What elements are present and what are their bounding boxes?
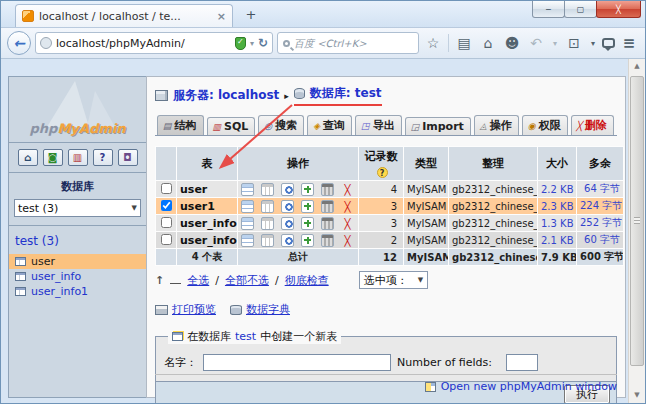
database-link[interactable]: test (3) <box>15 234 140 248</box>
structure-icon[interactable] <box>261 200 274 213</box>
screenshot-icon[interactable]: ⊡ <box>564 35 584 51</box>
structure-icon[interactable] <box>261 217 274 230</box>
collation-cell: gb2312_chinese_ci <box>449 181 537 197</box>
row-checkbox[interactable] <box>161 200 172 211</box>
query-window-button[interactable]: ◘ <box>118 149 138 166</box>
size-cell: 2.3 KB <box>538 198 576 214</box>
drop-icon[interactable]: ╳ <box>341 183 354 196</box>
table-name-input[interactable] <box>203 354 391 371</box>
breadcrumb-server-link[interactable]: 服务器: localhost <box>173 87 279 104</box>
empty-icon[interactable] <box>321 217 334 230</box>
scrollbar-thumb[interactable] <box>630 76 644 366</box>
menu-icon[interactable]: ≡ <box>619 34 639 52</box>
column-header-size: 大小 <box>538 147 576 180</box>
breadcrumb-database-link[interactable]: 数据库: test <box>310 85 382 102</box>
help-button[interactable]: ? <box>93 149 113 166</box>
vertical-scrollbar[interactable]: ▲ ▼ <box>628 59 645 403</box>
url-bar[interactable]: ▾ ↻ <box>35 32 273 54</box>
table-name-link[interactable]: user_info1 <box>177 232 237 248</box>
row-checkbox[interactable] <box>161 234 172 245</box>
legend-db-link[interactable]: test <box>235 330 256 343</box>
records-help-icon[interactable]: ? <box>377 167 388 178</box>
with-selected-dropdown[interactable]: 选中项： ▼ <box>359 271 428 289</box>
close-button[interactable]: ╳ <box>596 1 641 18</box>
search-icon[interactable] <box>281 200 294 213</box>
insert-icon[interactable] <box>301 183 314 196</box>
logout-nav-button[interactable]: ◙ <box>43 149 63 166</box>
tab-operations[interactable]: ◬操作 <box>474 115 519 135</box>
row-checkbox[interactable] <box>161 217 172 228</box>
reload-icon[interactable]: ↻ <box>258 36 268 50</box>
logo-php: php <box>30 121 58 136</box>
tab-import[interactable]: ◲Import <box>405 117 471 135</box>
data-dictionary-link[interactable]: 数据字典 <box>230 302 290 317</box>
tab-structure[interactable]: ▤结构 <box>157 115 204 135</box>
browse-icon[interactable] <box>241 217 254 230</box>
print-view-link[interactable]: 打印预览 <box>155 302 216 317</box>
browse-icon[interactable] <box>241 200 254 213</box>
tab-close-button[interactable]: × <box>217 10 226 23</box>
sidebar-item-user-info[interactable]: user_info <box>9 269 146 284</box>
size-cell: 2.2 KB <box>538 181 576 197</box>
screenshot-caret-icon[interactable]: ▾ <box>588 39 598 48</box>
sidebar-item-user-info1[interactable]: user_info1 <box>9 284 146 299</box>
empty-icon[interactable] <box>321 200 334 213</box>
new-tab-button[interactable]: + <box>239 7 263 25</box>
insert-icon[interactable] <box>301 234 314 247</box>
empty-icon[interactable] <box>321 234 334 247</box>
tab-sql[interactable]: ▥SQL <box>207 117 256 135</box>
search-input[interactable] <box>294 38 413 49</box>
scroll-down-arrow[interactable]: ▼ <box>629 388 645 403</box>
bookmark-star-icon[interactable]: ☆ <box>423 35 443 51</box>
sql-window-button[interactable]: ▥ <box>68 149 88 166</box>
check-overhead-link[interactable]: 彻底检查 <box>285 273 329 288</box>
phpmyadmin-logo[interactable]: phpMyAdmin <box>9 77 146 143</box>
tab-privileges[interactable]: ◉权限 <box>522 115 568 135</box>
browse-icon[interactable] <box>241 183 254 196</box>
drop-icon[interactable]: ╳ <box>341 217 354 230</box>
row-checkbox[interactable] <box>161 183 172 194</box>
fields-count-input[interactable] <box>506 354 538 371</box>
browser-window: localhost / localhost / te... × + ─ ▢ ╳ … <box>0 0 646 404</box>
search-icon[interactable] <box>281 183 294 196</box>
sidebar-item-user[interactable]: user <box>9 254 146 269</box>
empty-icon[interactable] <box>321 183 334 196</box>
tab-search[interactable]: ◎搜索 <box>258 115 304 135</box>
home-nav-button[interactable]: ⌂ <box>18 149 38 166</box>
open-new-window-link[interactable]: Open new phpMyAdmin window <box>441 380 617 393</box>
site-identity-icon[interactable] <box>40 37 52 49</box>
database-select[interactable]: test (3) ▼ <box>14 199 141 217</box>
url-dropdown-caret-icon[interactable]: ▾ <box>250 39 254 48</box>
bookmarks-icon[interactable]: ▤ <box>454 35 474 51</box>
search-bar[interactable] <box>277 32 419 54</box>
url-input[interactable] <box>56 37 231 50</box>
browse-icon[interactable] <box>241 234 254 247</box>
undo-caret-icon[interactable]: ▾ <box>550 39 560 48</box>
table-name-link[interactable]: user_info <box>177 215 237 231</box>
structure-icon[interactable] <box>261 183 274 196</box>
insert-icon[interactable] <box>301 217 314 230</box>
scroll-up-arrow[interactable]: ▲ <box>629 59 645 74</box>
table-name-link[interactable]: user1 <box>177 198 237 214</box>
table-name-link[interactable]: user <box>177 181 237 197</box>
insert-icon[interactable] <box>301 200 314 213</box>
home-icon[interactable]: ⌂ <box>478 35 498 51</box>
tab-drop[interactable]: ╳删除 <box>571 115 614 135</box>
feedback-icon[interactable]: ☻ <box>502 35 522 51</box>
shield-icon[interactable] <box>235 37 246 50</box>
drop-icon[interactable]: ╳ <box>341 234 354 247</box>
structure-icon[interactable] <box>261 234 274 247</box>
uncheck-all-link[interactable]: 全部不选 <box>225 273 269 288</box>
back-button[interactable]: ← <box>7 31 31 55</box>
browser-tab[interactable]: localhost / localhost / te... × <box>15 4 233 27</box>
tab-export[interactable]: ◳导出 <box>355 115 402 135</box>
check-all-link[interactable]: 全选 <box>187 273 209 288</box>
search-icon[interactable] <box>281 217 294 230</box>
minimize-button[interactable]: ─ <box>532 1 565 18</box>
drop-icon[interactable]: ╳ <box>341 200 354 213</box>
chat-bubble-icon[interactable] <box>602 38 615 48</box>
search-icon[interactable] <box>281 234 294 247</box>
undo-icon[interactable]: ↶ <box>526 35 546 51</box>
tab-query[interactable]: ◈查询 <box>307 115 352 135</box>
maximize-button[interactable]: ▢ <box>564 1 597 18</box>
